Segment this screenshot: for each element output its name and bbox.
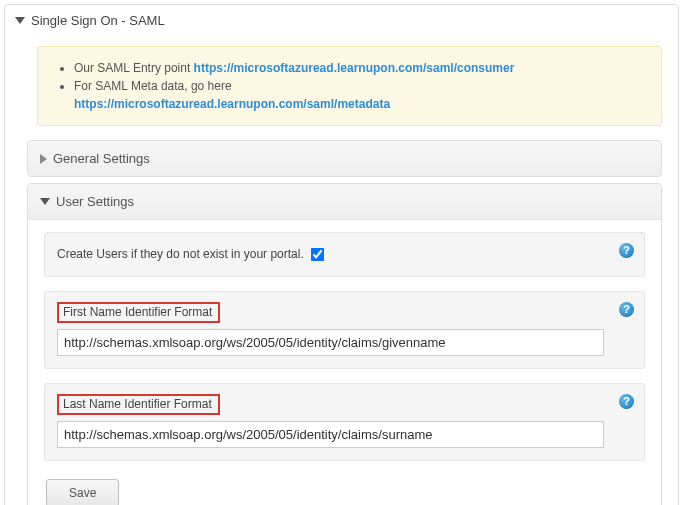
saml-metadata-link[interactable]: https://microsoftazuread.learnupon.com/s… bbox=[74, 97, 390, 111]
first-name-label: First Name Identifier Format bbox=[57, 302, 220, 323]
create-users-block: Create Users if they do not exist in you… bbox=[44, 232, 645, 277]
general-settings-header[interactable]: General Settings bbox=[28, 141, 661, 176]
create-users-checkbox[interactable] bbox=[311, 248, 325, 262]
info-banner: Our SAML Entry point https://microsoftaz… bbox=[37, 46, 662, 126]
notice-text-2: For SAML Meta data, go here bbox=[74, 79, 232, 93]
notice-line-1: Our SAML Entry point https://microsoftaz… bbox=[74, 59, 647, 77]
caret-right-icon bbox=[40, 154, 47, 164]
create-users-label: Create Users if they do not exist in you… bbox=[57, 247, 304, 261]
last-name-block: ? Last Name Identifier Format bbox=[44, 383, 645, 461]
save-button[interactable]: Save bbox=[46, 479, 119, 505]
section-title: Single Sign On - SAML bbox=[31, 13, 165, 28]
sso-saml-section: Single Sign On - SAML Our SAML Entry poi… bbox=[4, 4, 679, 505]
last-name-label: Last Name Identifier Format bbox=[57, 394, 220, 415]
section-header[interactable]: Single Sign On - SAML bbox=[5, 5, 678, 36]
help-icon[interactable]: ? bbox=[619, 394, 634, 409]
help-icon[interactable]: ? bbox=[619, 302, 634, 317]
saml-consumer-link[interactable]: https://microsoftazuread.learnupon.com/s… bbox=[194, 61, 515, 75]
general-settings-title: General Settings bbox=[53, 151, 150, 166]
caret-down-icon bbox=[15, 17, 25, 24]
caret-down-icon bbox=[40, 198, 50, 205]
user-settings-panel: User Settings Create Users if they do no… bbox=[27, 183, 662, 505]
notice-line-2: For SAML Meta data, go here https://micr… bbox=[74, 77, 647, 113]
first-name-identifier-input[interactable] bbox=[57, 329, 604, 356]
user-settings-header[interactable]: User Settings bbox=[28, 184, 661, 220]
last-name-identifier-input[interactable] bbox=[57, 421, 604, 448]
general-settings-panel: General Settings bbox=[27, 140, 662, 177]
user-settings-title: User Settings bbox=[56, 194, 134, 209]
help-icon[interactable]: ? bbox=[619, 243, 634, 258]
notice-text-1: Our SAML Entry point bbox=[74, 61, 194, 75]
first-name-block: ? First Name Identifier Format bbox=[44, 291, 645, 369]
user-settings-body: Create Users if they do not exist in you… bbox=[28, 220, 661, 505]
